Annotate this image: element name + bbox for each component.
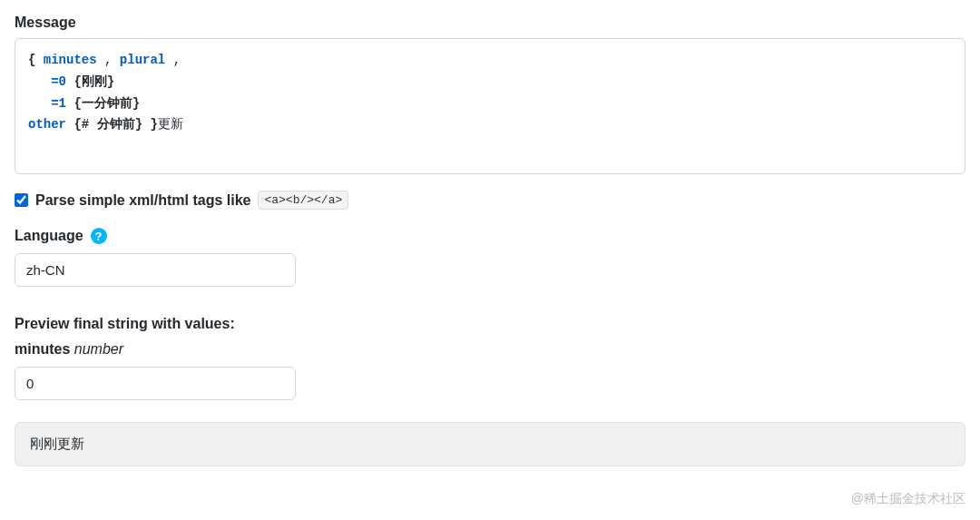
parse-xml-row: Parse simple xml/html tags like <a><b/><…: [15, 191, 965, 210]
language-input[interactable]: [15, 253, 296, 287]
message-code-box[interactable]: { minutes , plural , =0 {刚刚} =1 {一分钟前} o…: [15, 38, 965, 174]
language-label: Language: [15, 228, 83, 244]
code-key-other: other: [28, 117, 66, 132]
code-var-minutes: minutes: [44, 53, 97, 67]
code-text: 一分钟前: [82, 96, 132, 111]
indent: [28, 74, 51, 89]
brace-close: }: [135, 117, 142, 132]
brace-open: {: [28, 53, 35, 67]
preview-var-name: minutes: [15, 341, 70, 357]
code-text: 分钟前: [89, 117, 134, 132]
message-label: Message: [15, 15, 965, 31]
code-text: 刚刚: [82, 74, 107, 89]
brace-open: {: [74, 96, 81, 111]
parse-xml-example: <a><b/></a>: [258, 191, 348, 210]
parse-xml-checkbox[interactable]: [15, 193, 28, 207]
brace-close: }: [107, 74, 114, 89]
help-icon[interactable]: ?: [91, 228, 107, 244]
code-case-1: =1: [51, 96, 66, 111]
preview-var-type: number: [74, 341, 123, 357]
brace-open: {: [74, 74, 81, 89]
code-tail: 更新: [158, 117, 183, 132]
code-hash: #: [82, 117, 89, 132]
indent: [28, 96, 51, 111]
minutes-input[interactable]: [15, 367, 296, 400]
code-comma: ,: [97, 53, 120, 67]
code-case-0: =0: [51, 74, 66, 89]
code-key-plural: plural: [120, 53, 165, 67]
watermark: @稀土掘金技术社区: [851, 491, 965, 507]
brace-close: }: [132, 96, 140, 111]
brace-close: }: [150, 117, 157, 132]
brace-open: {: [74, 117, 81, 132]
preview-label: Preview final string with values:: [15, 316, 965, 332]
code-comma: ,: [165, 53, 181, 67]
preview-output: 刚刚更新: [15, 422, 965, 466]
preview-var-label: minutes number: [15, 341, 965, 358]
parse-xml-label: Parse simple xml/html tags like: [35, 192, 250, 209]
